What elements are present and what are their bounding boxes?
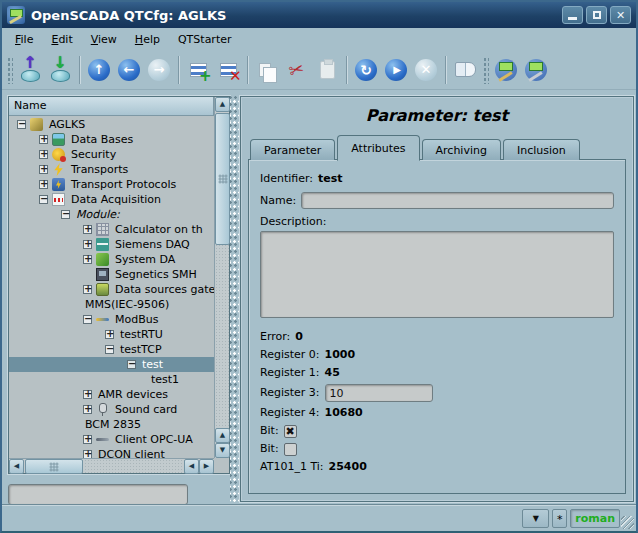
expand-icon[interactable] (105, 330, 114, 339)
tree-item-testrtu[interactable]: testRTU (9, 327, 214, 342)
horizontal-scrollbar-thumb[interactable] (25, 459, 83, 474)
forward-button[interactable] (144, 54, 174, 86)
tree-item-bcm-2835[interactable]: BCM 2835 (9, 417, 214, 432)
qtstarter-config-button[interactable] (491, 54, 521, 86)
panel-splitter[interactable] (230, 96, 240, 502)
stop-update-button[interactable] (411, 54, 441, 86)
up-level-button[interactable] (84, 54, 114, 86)
expand-icon[interactable] (39, 165, 48, 174)
menu-view[interactable]: View (84, 31, 124, 48)
expand-icon[interactable] (83, 435, 92, 444)
app-icon (7, 6, 25, 24)
minimize-button[interactable] (562, 6, 583, 24)
expand-icon[interactable] (39, 180, 48, 189)
tree-item-mms[interactable]: MMS(IEC-9506) (9, 297, 214, 312)
status-star-button[interactable]: * (552, 509, 567, 528)
attr-row-register0: Register 0: 1000 (260, 348, 614, 362)
tree-item-dcon-client[interactable]: DCON client (9, 447, 214, 458)
scroll-down-icon[interactable] (215, 443, 230, 458)
copy-item-button[interactable] (252, 54, 282, 86)
description-label: Description: (260, 215, 614, 228)
tree-item-security[interactable]: Security (9, 147, 214, 162)
bit-checkbox-checked[interactable] (284, 425, 297, 438)
expand-icon[interactable] (83, 405, 92, 414)
collapse-icon[interactable] (83, 315, 92, 324)
menu-edit[interactable]: Edit (44, 31, 79, 48)
expand-icon[interactable] (83, 225, 92, 234)
tree-item-test1[interactable]: test1 (9, 372, 214, 387)
menu-file[interactable]: File (8, 31, 40, 48)
tree-item-calculator[interactable]: Calculator on th (9, 222, 214, 237)
tree-item-data-bases[interactable]: Data Bases (9, 132, 214, 147)
tree-item-sound-card[interactable]: Sound card (9, 402, 214, 417)
bit-checkbox-unchecked[interactable] (284, 443, 297, 456)
tree-item-data-sources-gate[interactable]: Data sources gate (9, 282, 214, 297)
expand-icon[interactable] (83, 240, 92, 249)
toolbar-handle[interactable] (482, 56, 489, 84)
scroll-left-icon[interactable] (184, 459, 199, 474)
tree-header[interactable]: Name (9, 97, 214, 116)
collapse-icon[interactable] (17, 120, 26, 129)
tree-item-segnetics[interactable]: Segnetics SMH (9, 267, 214, 282)
paste-item-button[interactable] (312, 54, 342, 86)
expand-icon[interactable] (39, 135, 48, 144)
maximize-button[interactable] (586, 6, 607, 24)
titlebar[interactable]: OpenSCADA QTCfg: AGLKS ✕ (2, 2, 636, 28)
load-from-db-button[interactable]: ↑ (15, 54, 45, 86)
scroll-right-icon[interactable] (199, 459, 214, 474)
tree-item-siemens-daq[interactable]: Siemens DAQ (9, 237, 214, 252)
start-update-button[interactable] (381, 54, 411, 86)
tab-parameter[interactable]: Parameter (250, 139, 335, 160)
collapse-icon[interactable] (39, 195, 48, 204)
tree-filter-input[interactable] (8, 484, 188, 505)
expand-icon[interactable] (83, 285, 92, 294)
cut-item-button[interactable] (282, 54, 312, 86)
menu-qtstarter[interactable]: QTStarter (171, 31, 239, 48)
tree-item-transport-protocols[interactable]: Transport Protocols (9, 177, 214, 192)
expand-icon[interactable] (83, 255, 92, 264)
tab-archiving[interactable]: Archiving (422, 139, 501, 160)
tree-item-system-da[interactable]: System DA (9, 252, 214, 267)
delete-item-button[interactable]: ✕ (213, 54, 243, 86)
tree-item-transports[interactable]: Transports (9, 162, 214, 177)
system-da-icon (96, 253, 109, 266)
register3-field[interactable] (325, 384, 433, 402)
menu-help[interactable]: Help (128, 31, 167, 48)
expand-icon[interactable] (83, 450, 92, 458)
resize-grip[interactable] (621, 516, 634, 529)
expand-icon[interactable] (39, 150, 48, 159)
toolbar-handle[interactable] (6, 56, 13, 84)
tree-item-modbus[interactable]: ModBus (9, 312, 214, 327)
close-button[interactable]: ✕ (610, 6, 631, 24)
tree-item-client-opcua[interactable]: Client OPC-UA (9, 432, 214, 447)
tree-item-data-acquisition[interactable]: Data Acquisition (9, 192, 214, 207)
tree-horizontal-scrollbar[interactable] (9, 458, 214, 473)
expand-icon[interactable] (83, 390, 92, 399)
manual-button[interactable] (450, 54, 480, 86)
tree-item-testtcp[interactable]: testTCP (9, 342, 214, 357)
refresh-icon (355, 59, 377, 81)
tab-attributes[interactable]: Attributes (337, 135, 419, 161)
scroll-up-icon[interactable] (215, 97, 230, 112)
back-button[interactable] (114, 54, 144, 86)
scroll-up-icon[interactable] (215, 428, 230, 443)
tree-item-amr-devices[interactable]: AMR devices (9, 387, 214, 402)
tab-inclusion[interactable]: Inclusion (503, 139, 580, 160)
add-item-button[interactable]: + (183, 54, 213, 86)
collapse-icon[interactable] (105, 345, 114, 354)
refresh-button[interactable] (351, 54, 381, 86)
name-field[interactable] (301, 192, 614, 209)
scroll-left-icon[interactable] (9, 459, 24, 474)
status-dropdown-button[interactable] (522, 509, 549, 528)
collapse-icon[interactable] (127, 360, 136, 369)
save-to-db-button[interactable]: ↓ (45, 54, 75, 86)
tree-vertical-scrollbar[interactable] (214, 97, 229, 458)
tree-item-test-selected[interactable]: test (9, 357, 214, 372)
tree-item-aglks[interactable]: AGLKS (9, 117, 214, 132)
qtstarter-tool-button[interactable] (521, 54, 551, 86)
description-field[interactable] (260, 231, 614, 318)
collapse-icon[interactable] (61, 210, 70, 219)
tree-item-module[interactable]: Module: (9, 207, 214, 222)
user-badge[interactable]: roman (570, 509, 620, 528)
vertical-scrollbar-thumb[interactable] (215, 113, 230, 245)
